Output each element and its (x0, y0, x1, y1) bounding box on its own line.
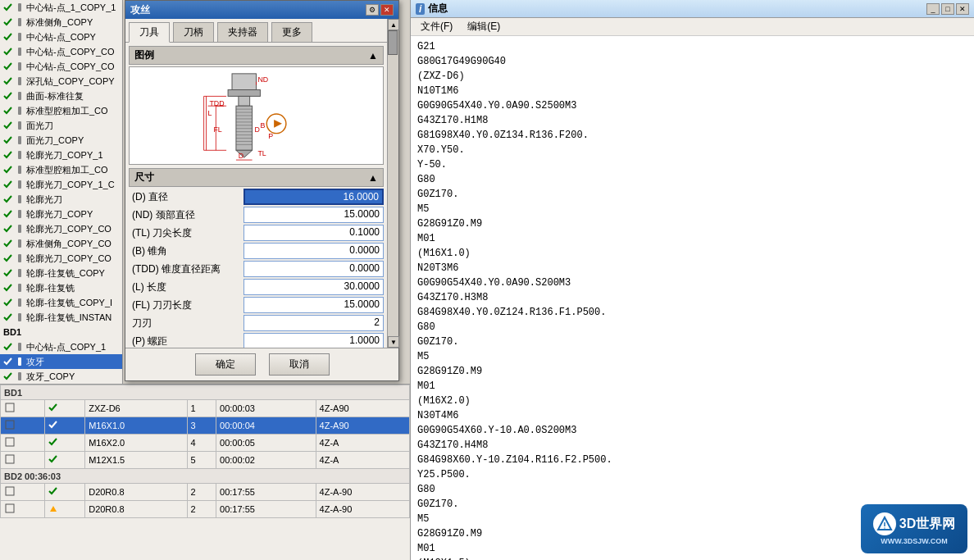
table-cell[interactable]: 5 (187, 452, 216, 469)
cancel-button[interactable]: 取消 (269, 353, 330, 376)
tab-刀具[interactable]: 刀具 (129, 22, 170, 43)
table-cell[interactable]: 2 (187, 484, 216, 501)
code-line: X70.Y50. (417, 143, 967, 157)
table-cell[interactable]: 00:17:55 (216, 484, 316, 501)
scrollbar-down-btn[interactable]: ▼ (388, 336, 399, 348)
svg-rect-2 (18, 33, 21, 41)
left-panel-item[interactable]: 攻牙_COPY (0, 369, 122, 384)
menu-edit[interactable]: 编辑(E) (461, 19, 507, 34)
dim-value-P[interactable]: 1.0000 (244, 333, 384, 349)
table-cell[interactable]: 4Z-A-90 (316, 501, 409, 518)
left-panel-item[interactable]: 标准侧角_COPY (0, 15, 122, 30)
dialog-close-btn[interactable]: ✕ (380, 4, 394, 16)
table-cell[interactable]: 00:00:04 (216, 417, 316, 435)
ok-button[interactable]: 确定 (195, 353, 256, 376)
table-cell[interactable]: 00:17:55 (216, 501, 316, 518)
table-row[interactable]: D20R0.8200:17:554Z-A-90 (1, 501, 410, 518)
dim-value-ND[interactable]: 15.0000 (244, 207, 384, 223)
dim-value-TDD[interactable]: 0.0000 (244, 261, 384, 277)
check-icon (3, 371, 13, 381)
dim-value-FLUTES[interactable]: 2 (244, 315, 384, 331)
table-row[interactable]: D20R0.8200:17:554Z-A-90 (1, 484, 410, 501)
table-cell[interactable]: 00:00:05 (216, 435, 316, 452)
table-cell[interactable]: 4Z-A (316, 452, 409, 469)
left-panel-item[interactable]: 轮廓-往复铣_COPY_I (0, 295, 122, 310)
tool-icon (15, 2, 25, 12)
left-panel-item[interactable]: 面光刀 (0, 118, 122, 133)
table-cell[interactable]: ZXZ-D6 (85, 400, 187, 417)
dim-value-FL[interactable]: 15.0000 (244, 297, 384, 313)
tab-夹持器[interactable]: 夹持器 (217, 22, 268, 42)
left-panel-item[interactable]: 轮廓-往复铣_INSTAN (0, 310, 122, 325)
table-cell[interactable]: D20R0.8 (85, 484, 187, 501)
right-panel-maximize-btn[interactable]: □ (941, 3, 954, 15)
svg-rect-22 (18, 343, 21, 351)
left-panel-item[interactable]: 标准侧角_COPY_CO (0, 236, 122, 251)
svg-rect-14 (18, 210, 21, 218)
table-cell[interactable]: 2 (187, 501, 216, 518)
left-panel-item[interactable]: 中心钻-点_COPY_CO (0, 59, 122, 74)
table-row[interactable]: M16X1.0300:00:044Z-A90 (1, 417, 410, 435)
left-panel-item[interactable]: 中心钻-点_COPY_1 (0, 339, 122, 354)
left-panel-item[interactable]: 轮廓光刀 (0, 192, 122, 207)
left-panel-item[interactable]: 标准型腔粗加工_CO (0, 162, 122, 177)
table-cell[interactable]: 4Z-A-90 (316, 484, 409, 501)
table-row[interactable]: M12X1.5500:00:024Z-A (1, 452, 410, 469)
table-cell[interactable]: 4Z-A (316, 435, 409, 452)
table-cell[interactable]: 3 (187, 417, 216, 435)
left-panel-item[interactable]: 深孔钻_COPY_COPY (0, 74, 122, 89)
scrollbar-thumb[interactable] (388, 30, 398, 55)
diagram-section-title[interactable]: 图例 ▲ (129, 46, 384, 65)
table-cell[interactable]: 00:00:03 (216, 400, 316, 417)
left-panel-item[interactable]: 轮廓光刀_COPY_1 (0, 148, 122, 162)
table-cell-icon (1, 501, 45, 518)
code-line: G80 (417, 172, 967, 187)
dimensions-section-title[interactable]: 尺寸 ▲ (129, 168, 384, 187)
tool-icon (15, 135, 25, 145)
tool-icon (15, 224, 25, 234)
scrollbar-up-btn[interactable]: ▲ (388, 19, 399, 30)
dim-value-D[interactable]: 16.0000 (244, 189, 384, 205)
table-cell[interactable]: M16X1.0 (85, 417, 187, 435)
table-cell[interactable]: M12X1.5 (85, 452, 187, 469)
table-cell[interactable]: D20R0.8 (85, 501, 187, 518)
left-panel-item[interactable]: 轮廓-往复铣 (0, 280, 122, 295)
dim-value-B[interactable]: 0.0000 (244, 243, 384, 259)
left-panel-item[interactable]: 轮廓光刀_COPY_CO (0, 251, 122, 266)
left-panel-item[interactable]: 轮廓光刀_COPY (0, 207, 122, 221)
dim-value-L[interactable]: 30.0000 (244, 279, 384, 295)
left-panel-item[interactable]: 轮廓-往复铣_COPY (0, 266, 122, 280)
left-panel-item[interactable]: 攻牙 (0, 354, 122, 369)
left-panel-item[interactable]: 曲面-标准往复 (0, 89, 122, 103)
table-cell[interactable]: M16X2.0 (85, 435, 187, 452)
left-panel-item[interactable]: 标准型腔粗加工_CO (0, 103, 122, 118)
table-row[interactable]: ZXZ-D6100:00:034Z-A90 (1, 400, 410, 417)
code-line: G0G90G54X40.Y0.0A90.S200M3 (417, 275, 967, 290)
table-cell[interactable]: 4Z-A90 (316, 417, 409, 435)
tab-刀柄[interactable]: 刀柄 (173, 22, 214, 42)
dim-row-B: (B) 锥角0.0000 (129, 243, 384, 259)
left-panel-item[interactable]: 面光刀_COPY (0, 133, 122, 148)
tab-更多[interactable]: 更多 (271, 22, 312, 42)
table-cell[interactable]: 00:00:02 (216, 452, 316, 469)
left-panel-item[interactable]: 中心钻-点_COPY_CO (0, 44, 122, 59)
table-cell[interactable]: 4 (187, 435, 216, 452)
right-panel-minimize-btn[interactable]: _ (926, 3, 940, 15)
code-area[interactable]: G21G80G17G49G90G40(ZXZ-D6)N10T1M6G0G90G5… (411, 36, 974, 560)
dim-value-TL[interactable]: 0.1000 (244, 225, 384, 241)
left-panel-item[interactable]: 轮廓光刀_COPY_1_C (0, 177, 122, 192)
right-panel-close-btn[interactable]: ✕ (956, 3, 969, 15)
menu-file[interactable]: 文件(F) (414, 19, 459, 34)
dialog-title: 攻丝 (130, 3, 150, 17)
item-label: 曲面-标准往复 (26, 90, 84, 102)
svg-rect-21 (18, 313, 21, 321)
dialog-window-controls: ⚙ ✕ (366, 4, 394, 16)
table-row[interactable]: M16X2.0400:00:054Z-A (1, 435, 410, 452)
table-cell[interactable]: 1 (187, 400, 216, 417)
dialog-scrollbar[interactable]: ▲ ▼ (387, 19, 398, 348)
left-panel-item[interactable]: 中心钻-点_1_COPY_1 (0, 0, 122, 15)
left-panel-item[interactable]: 中心钻-点_COPY (0, 30, 122, 44)
left-panel-item[interactable]: 轮廓光刀_COPY_CO (0, 221, 122, 236)
table-cell[interactable]: 4Z-A90 (316, 400, 409, 417)
dialog-settings-btn[interactable]: ⚙ (366, 4, 379, 16)
